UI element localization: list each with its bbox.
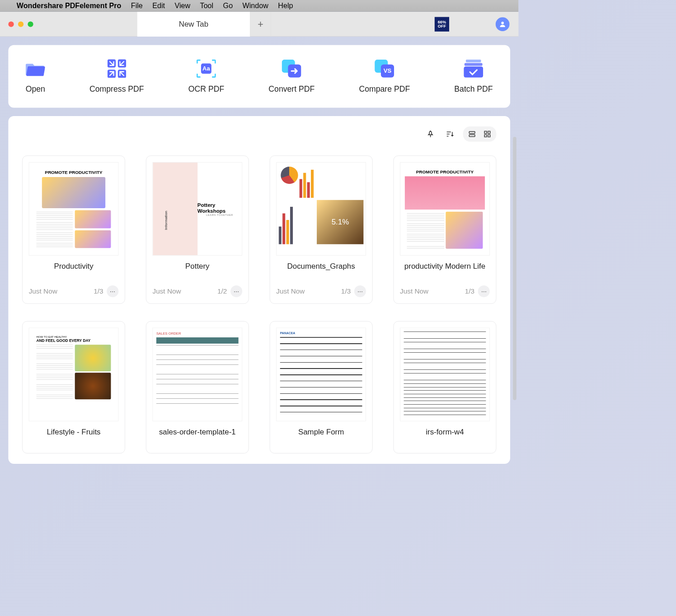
open-folder-icon <box>26 59 45 78</box>
batch-icon <box>464 59 484 78</box>
file-name: Pottery <box>185 262 209 281</box>
thumb-title: PANACEA <box>280 331 362 335</box>
file-more-button[interactable]: ⋯ <box>478 285 490 297</box>
thumb-percent: 5.1% <box>332 218 349 227</box>
close-window-button[interactable] <box>8 21 14 27</box>
menu-go[interactable]: Go <box>223 1 233 9</box>
compare-icon: VS <box>375 59 394 78</box>
file-card[interactable]: PROMOTE PRODUCTIVITY Productivity Just N… <box>22 155 125 303</box>
thumb-title: PROMOTE PRODUCTIVITY <box>405 169 485 175</box>
action-convert[interactable]: Convert PDF <box>268 59 315 93</box>
sort-icon <box>446 130 454 138</box>
file-thumbnail <box>400 328 490 421</box>
action-label: Convert PDF <box>268 84 315 94</box>
svg-rect-19 <box>484 135 487 137</box>
svg-point-0 <box>501 22 504 24</box>
file-card[interactable]: PROMOTE PRODUCTIVITY productivity Modern… <box>394 155 497 303</box>
action-label: OCR PDF <box>188 84 224 94</box>
compress-icon <box>107 59 127 78</box>
add-tab-button[interactable]: + <box>250 12 271 37</box>
file-time: Just Now <box>152 287 181 295</box>
file-card[interactable]: PANACEA Sample Form <box>270 321 373 453</box>
thumb-subtitle: AND FEEL GOOD EVERY DAY <box>36 339 111 343</box>
file-card[interactable]: SALES ORDER sales-order-template-1 <box>146 321 249 453</box>
action-ocr[interactable]: Aa OCR PDF <box>188 59 224 93</box>
action-open[interactable]: Open <box>26 59 45 93</box>
svg-rect-17 <box>484 131 487 134</box>
pin-button[interactable] <box>424 128 437 140</box>
file-name: Productivity <box>54 262 93 281</box>
minimize-window-button[interactable] <box>18 21 23 27</box>
file-pages: 1/3 <box>94 287 103 295</box>
file-thumbnail: Pottery Workshops LEARN TOGETHER <box>152 162 242 256</box>
file-more-button[interactable]: ⋯ <box>354 285 366 297</box>
macos-menubar: Wondershare PDFelement Pro File Edit Vie… <box>0 0 518 12</box>
menu-help[interactable]: Help <box>278 1 293 9</box>
svg-text:VS: VS <box>384 67 392 74</box>
file-card[interactable]: irs-form-w4 <box>394 321 497 453</box>
convert-icon <box>282 59 301 78</box>
file-thumbnail: HOW TO EAT HEALTHY AND FEEL GOOD EVERY D… <box>29 328 119 421</box>
file-name: irs-form-w4 <box>426 427 464 447</box>
menu-edit[interactable]: Edit <box>152 1 165 9</box>
quick-actions-panel: Open Compress PDF Aa OCR PDF Convert PDF… <box>8 45 510 108</box>
ocr-icon: Aa <box>197 59 216 78</box>
action-compress[interactable]: Compress PDF <box>89 59 144 93</box>
menu-window[interactable]: Window <box>243 1 268 9</box>
window-controls <box>0 21 33 27</box>
file-thumbnail: PROMOTE PRODUCTIVITY <box>29 162 119 256</box>
thumb-title: Pottery Workshops <box>197 202 242 214</box>
list-view-button[interactable] <box>465 128 480 140</box>
action-label: Open <box>26 84 45 94</box>
file-more-button[interactable]: ⋯ <box>107 285 118 297</box>
action-batch[interactable]: Batch PDF <box>454 59 493 93</box>
promo-badge[interactable]: 66% OFF <box>435 17 449 31</box>
file-thumbnail: 5.1% <box>276 162 366 256</box>
thumb-title: PROMOTE PRODUCTIVITY <box>36 170 111 175</box>
file-time: Just Now <box>400 287 428 295</box>
window-tabbar: New Tab + 66% OFF <box>0 12 518 37</box>
file-pages: 1/2 <box>217 287 227 295</box>
action-label: Compress PDF <box>89 84 144 94</box>
scrollbar[interactable] <box>513 137 516 400</box>
file-thumbnail: PROMOTE PRODUCTIVITY <box>400 162 490 256</box>
svg-rect-13 <box>465 63 483 66</box>
tab-new[interactable]: New Tab <box>137 12 250 37</box>
svg-rect-15 <box>469 131 475 133</box>
file-time: Just Now <box>29 287 57 295</box>
file-name: Lifestyle - Fruits <box>47 427 100 447</box>
grid-view-button[interactable] <box>480 128 495 140</box>
file-card[interactable]: HOW TO EAT HEALTHY AND FEEL GOOD EVERY D… <box>22 321 125 453</box>
svg-text:Aa: Aa <box>202 65 210 72</box>
file-name: sales-order-template-1 <box>159 427 236 447</box>
file-name: Documents_Graphs <box>287 262 355 281</box>
grid-icon <box>484 130 491 138</box>
thumb-title: HOW TO EAT HEALTHY <box>36 336 111 339</box>
menu-view[interactable]: View <box>174 1 190 9</box>
pin-icon <box>426 130 434 138</box>
svg-rect-12 <box>466 60 481 62</box>
svg-rect-16 <box>469 135 475 136</box>
sort-button[interactable] <box>444 128 456 140</box>
file-more-button[interactable]: ⋯ <box>230 285 242 297</box>
file-card[interactable]: Pottery Workshops LEARN TOGETHER Pottery… <box>146 155 249 303</box>
file-time: Just Now <box>276 287 305 295</box>
user-avatar-button[interactable] <box>496 17 510 31</box>
files-toolbar <box>22 126 496 142</box>
action-label: Batch PDF <box>454 84 493 94</box>
action-compare[interactable]: VS Compare PDF <box>359 59 410 93</box>
files-grid: PROMOTE PRODUCTIVITY Productivity Just N… <box>22 155 496 453</box>
thumb-title: SALES ORDER <box>156 331 239 335</box>
menu-file[interactable]: File <box>131 1 143 9</box>
person-icon <box>499 20 507 28</box>
menu-tool[interactable]: Tool <box>200 1 214 9</box>
svg-rect-14 <box>464 66 484 78</box>
file-card[interactable]: 5.1% Documents_Graphs Just Now 1/3 ⋯ <box>270 155 373 303</box>
svg-rect-18 <box>488 131 490 134</box>
maximize-window-button[interactable] <box>28 21 33 27</box>
list-icon <box>468 130 476 138</box>
tab-label: New Tab <box>179 19 208 28</box>
recent-files-panel: PROMOTE PRODUCTIVITY Productivity Just N… <box>8 116 510 464</box>
app-name[interactable]: Wondershare PDFelement Pro <box>17 1 122 9</box>
action-label: Compare PDF <box>359 84 410 94</box>
